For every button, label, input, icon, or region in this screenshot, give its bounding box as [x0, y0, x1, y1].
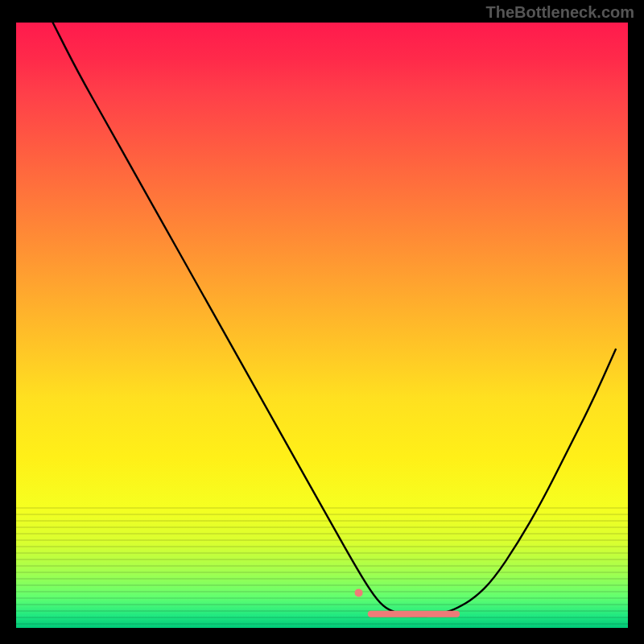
chart-frame: TheBottleneck.com — [0, 0, 644, 644]
marker-dot — [355, 588, 363, 597]
plot-area — [16, 23, 628, 628]
chart-svg — [16, 23, 628, 628]
curve-line — [53, 23, 616, 616]
watermark-text: TheBottleneck.com — [486, 3, 634, 22]
